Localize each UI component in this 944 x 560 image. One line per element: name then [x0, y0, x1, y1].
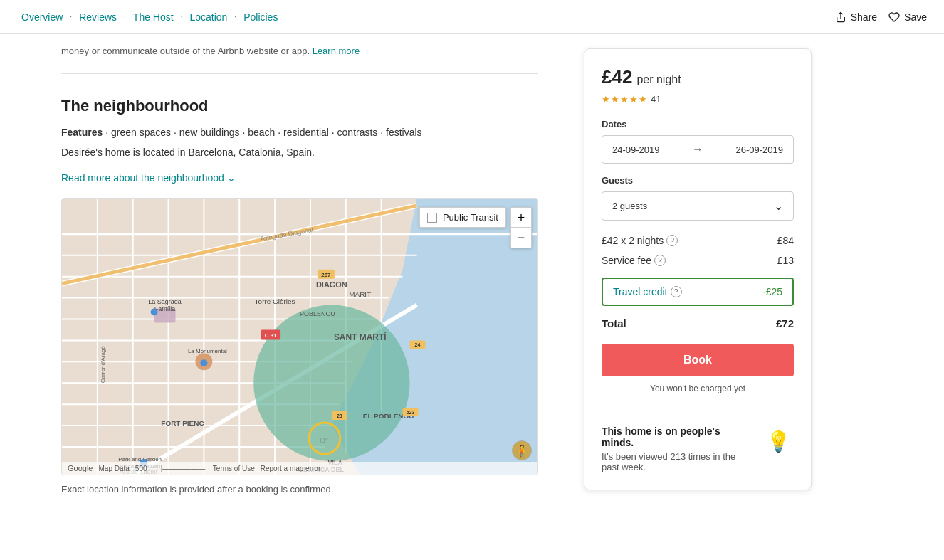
svg-text:POBLENOU: POBLENOU	[300, 310, 335, 317]
minds-title: This home is on people's minds.	[602, 426, 751, 448]
svg-text:Torre Glòries: Torre Glòries	[255, 297, 295, 305]
svg-point-25	[253, 305, 409, 461]
save-button[interactable]: Save	[888, 11, 927, 23]
chevron-down-icon: ⌄	[774, 199, 783, 213]
nav-link-overview[interactable]: Overview	[17, 9, 67, 26]
svg-text:207: 207	[321, 272, 331, 278]
nav-link-policies[interactable]: Policies	[239, 9, 282, 26]
exact-location-text: Exact location information is provided a…	[61, 484, 538, 495]
nav-link-the-host[interactable]: The Host	[129, 9, 178, 26]
top-navigation: Overview · Reviews · The Host · Location…	[0, 0, 944, 34]
map-scale: 500 m	[135, 465, 155, 472]
total-amount: £72	[776, 317, 794, 329]
right-sidebar: £42 per night ★★★★★ 41 Dates 24-09-2019 …	[555, 34, 854, 523]
nights-label: £42 x 2 nights ?	[602, 235, 678, 246]
minds-section: This home is on people's minds. It's bee…	[602, 411, 794, 472]
save-label: Save	[904, 11, 927, 23]
arrow-right-icon: →	[692, 143, 703, 156]
travel-credit-label: Travel credit ?	[613, 286, 682, 297]
travel-credit-help-icon[interactable]: ?	[671, 286, 682, 297]
book-button[interactable]: Book	[602, 344, 794, 376]
scale-bar: |——————|	[161, 465, 207, 472]
zoom-out-button[interactable]: −	[511, 228, 531, 248]
left-content: money or communicate outside of the Airb…	[0, 34, 555, 523]
share-icon	[835, 11, 846, 23]
svg-text:SANT MARTÍ: SANT MARTÍ	[334, 332, 387, 342]
star-rating: ★★★★★	[602, 94, 648, 105]
map-background: DIAGON MARIT POBLENOU SANT MARTÍ EL POBL…	[62, 199, 537, 475]
warning-text-content: money or communicate outside of the Airb…	[61, 46, 310, 56]
service-fee-help-icon[interactable]: ?	[654, 255, 666, 266]
transit-label: Public Transit	[443, 212, 498, 223]
learn-more-link[interactable]: Learn more	[313, 46, 360, 56]
nav-dot-3: ·	[181, 13, 183, 21]
features-content: green spaces · new buildings · beach · r…	[111, 127, 422, 138]
guests-label: Guests	[602, 175, 794, 186]
map-data-label: Map Data	[98, 465, 129, 472]
map-attribution: Google Map Data 500 m |——————| Terms of …	[62, 462, 537, 475]
dates-label: Dates	[602, 119, 794, 130]
svg-text:DIAGON: DIAGON	[316, 280, 347, 289]
price-per-night: per night	[636, 73, 681, 86]
share-button[interactable]: Share	[835, 11, 877, 23]
nav-dot-4: ·	[234, 13, 236, 21]
nav-dot-1: ·	[70, 13, 72, 21]
svg-text:FORT PIENC: FORT PIENC	[161, 419, 204, 427]
check-out-date: 26-09-2019	[736, 144, 784, 155]
svg-text:24: 24	[415, 342, 421, 347]
terms-link[interactable]: Terms of Use	[213, 465, 255, 472]
price-row: £42 per night	[602, 66, 794, 88]
google-label: Google	[68, 464, 93, 472]
nights-amount: £84	[777, 235, 794, 246]
zoom-in-button[interactable]: +	[511, 208, 531, 228]
features-label: Features	[61, 127, 103, 138]
report-link[interactable]: Report a map error	[261, 465, 320, 472]
booking-card: £42 per night ★★★★★ 41 Dates 24-09-2019 …	[584, 48, 812, 490]
page-wrapper: money or communicate outside of the Airb…	[0, 0, 944, 523]
service-fee-line: Service fee ? £13	[602, 255, 794, 266]
nav-links: Overview · Reviews · The Host · Location…	[17, 9, 282, 26]
read-more-link[interactable]: Read more about the neighbourhood ⌄	[61, 172, 538, 184]
travel-credit-line: Travel credit ? -£25	[602, 278, 794, 306]
svg-text:23: 23	[337, 413, 342, 418]
guests-select[interactable]: 2 guests ⌄	[602, 191, 794, 221]
svg-text:☞: ☞	[320, 434, 329, 445]
minds-description: It's been viewed 213 times in the past w…	[602, 451, 751, 472]
svg-point-57	[200, 359, 207, 366]
dates-input[interactable]: 24-09-2019 → 26-09-2019	[602, 135, 794, 164]
transit-checkbox	[427, 213, 437, 223]
guests-value: 2 guests	[612, 201, 647, 211]
svg-text:La Sagrada: La Sagrada	[148, 298, 181, 305]
svg-text:523: 523	[407, 410, 415, 415]
svg-text:La Monumental: La Monumental	[188, 348, 227, 354]
share-label: Share	[851, 11, 877, 23]
nav-dot-2: ·	[124, 13, 126, 21]
map-svg: DIAGON MARIT POBLENOU SANT MARTÍ EL POBL…	[62, 199, 537, 475]
svg-text:Carrer d'Aragó: Carrer d'Aragó	[100, 346, 106, 384]
total-line: Total £72	[602, 317, 794, 329]
read-more-text: Read more about the neighbourhood	[61, 172, 224, 184]
chevron-down-icon: ⌄	[227, 172, 236, 184]
total-label: Total	[602, 317, 626, 329]
rating-row: ★★★★★ 41	[602, 94, 794, 105]
location-description: Desirée's home is located in Barcelona, …	[61, 147, 538, 158]
features-separator: ·	[105, 127, 111, 138]
heart-icon	[888, 11, 900, 23]
street-view-button[interactable]: 🧍	[512, 440, 532, 460]
map-container[interactable]: DIAGON MARIT POBLENOU SANT MARTÍ EL POBL…	[61, 198, 538, 475]
zoom-controls: + −	[510, 207, 532, 248]
minds-text: This home is on people's minds. It's bee…	[602, 426, 751, 472]
nav-link-reviews[interactable]: Reviews	[75, 9, 121, 26]
nights-label-text: £42 x 2 nights	[602, 235, 664, 246]
travel-credit-label-text: Travel credit	[613, 286, 668, 297]
service-fee-label: Service fee ?	[602, 255, 666, 266]
nav-link-location[interactable]: Location	[185, 9, 231, 26]
review-count: 41	[651, 94, 661, 105]
features-line: Features · green spaces · new buildings …	[61, 127, 538, 138]
service-fee-amount: £13	[777, 255, 794, 266]
neighbourhood-title: The neighbourhood	[61, 97, 538, 115]
nights-help-icon[interactable]: ?	[666, 235, 678, 246]
no-charge-text: You won't be charged yet	[602, 384, 794, 393]
transit-toggle[interactable]: Public Transit	[419, 207, 506, 228]
svg-text:MARIT: MARIT	[349, 290, 371, 298]
